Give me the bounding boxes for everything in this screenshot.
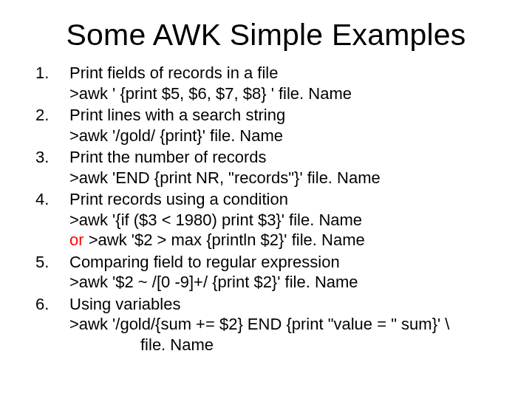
example-list: Print fields of records in a file >awk '… <box>21 63 511 355</box>
item-code: >awk '/gold/{sum += $2} END {print "valu… <box>69 314 505 335</box>
item-code: >awk '$2 ~ /[0 -9]+/ {print $2}' file. N… <box>69 272 505 293</box>
slide: Some AWK Simple Examples Print fields of… <box>0 0 532 399</box>
item-code: >awk '/gold/ {print}' file. Name <box>69 126 505 146</box>
item-description: Print the number of records <box>69 147 505 168</box>
slide-title: Some AWK Simple Examples <box>21 18 511 52</box>
item-alt-line: or >awk '$2 > max {println $2}' file. Na… <box>69 230 505 250</box>
list-item: Comparing field to regular expression >a… <box>69 252 505 293</box>
item-code: >awk ' {print $5, $6, $7, $8} ' file. Na… <box>69 83 505 104</box>
list-item: Using variables >awk '/gold/{sum += $2} … <box>69 294 505 355</box>
item-description: Print lines with a search string <box>69 105 505 126</box>
list-item: Print records using a condition >awk '{i… <box>69 189 505 250</box>
item-description: Print fields of records in a file <box>69 63 505 83</box>
list-item: Print fields of records in a file >awk '… <box>69 63 505 103</box>
item-description: Print records using a condition <box>69 189 505 210</box>
item-code-continuation: file. Name <box>69 335 505 355</box>
list-item: Print the number of records >awk 'END {p… <box>69 147 505 188</box>
item-description: Comparing field to regular expression <box>69 252 505 273</box>
item-alt-code: >awk '$2 > max {println $2}' file. Name <box>84 231 365 249</box>
or-word: or <box>69 231 84 249</box>
item-code: >awk 'END {print NR, "records"}' file. N… <box>69 168 505 188</box>
item-code: >awk '{if ($3 < 1980) print $3}' file. N… <box>69 210 505 231</box>
list-item: Print lines with a search string >awk '/… <box>69 105 505 146</box>
item-description: Using variables <box>69 294 505 315</box>
